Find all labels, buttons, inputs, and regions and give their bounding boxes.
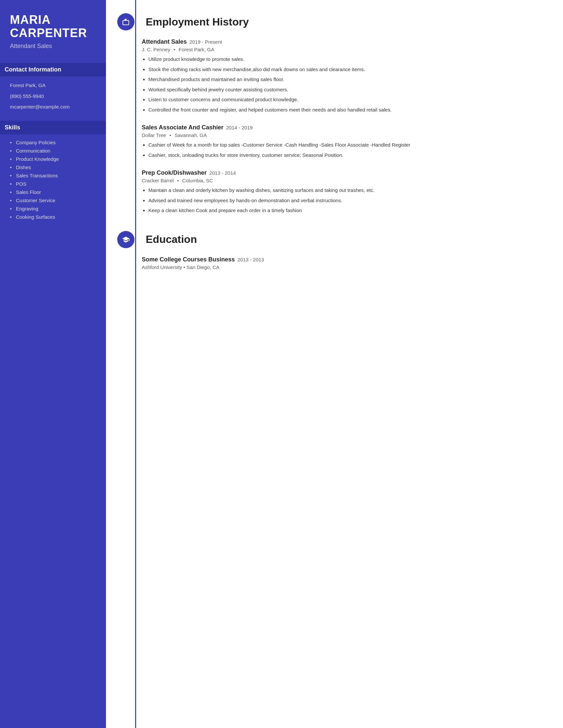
job-bullet: Worked specifically behind jewelry count… bbox=[148, 86, 546, 94]
job-dates: 2014 - 2019 bbox=[226, 125, 253, 130]
employment-header-row: Employment History bbox=[122, 13, 546, 30]
job-bullet: Cashier of Week for a month for top sale… bbox=[148, 141, 546, 149]
job-bullet: Utilize product knowledge to promote sal… bbox=[148, 56, 546, 63]
skills-list: Company PoliciesCommunicationProduct Kno… bbox=[10, 140, 96, 220]
graduation-icon bbox=[117, 231, 134, 248]
job-bullet: Cashier, stock, unloading trucks for sto… bbox=[148, 152, 546, 159]
edu-dates: 2013 - 2013 bbox=[237, 257, 264, 262]
candidate-title: Attendant Sales bbox=[10, 43, 96, 50]
jobs-container: Attendant Sales2019 - PresentJ. C. Penne… bbox=[122, 38, 546, 214]
job-bullets: Cashier of Week for a month for top sale… bbox=[142, 141, 546, 159]
candidate-name: MARIA CARPENTER bbox=[10, 13, 96, 39]
sidebar: MARIA CARPENTER Attendant Sales Contact … bbox=[0, 0, 106, 728]
job-bullet: Stock the clothing racks with new mercha… bbox=[148, 66, 546, 73]
contact-location: Forest Park, GA bbox=[10, 82, 96, 89]
skill-item: Engraving bbox=[10, 206, 96, 211]
job-title-row: Attendant Sales2019 - Present bbox=[142, 38, 546, 45]
skill-item: Dishes bbox=[10, 164, 96, 170]
skill-item: Cooking Surfaces bbox=[10, 214, 96, 220]
employment-section: Employment History Attendant Sales2019 -… bbox=[122, 13, 546, 214]
edu-degree: Some College Courses Business bbox=[142, 256, 235, 263]
edu-block: Some College Courses Business2013 - 2013… bbox=[122, 256, 546, 270]
job-title: Prep Cook/Dishwasher bbox=[142, 169, 207, 176]
job-company: Dollar Tree • Savannah, GA bbox=[142, 132, 546, 138]
contact-phone: (890) 555-9940 bbox=[10, 93, 96, 100]
job-bullet: Listen to customer concerns and communic… bbox=[148, 96, 546, 104]
skill-item: Company Policies bbox=[10, 140, 96, 145]
job-block: Prep Cook/Dishwasher2013 - 2014Cracker B… bbox=[122, 169, 546, 214]
job-dates: 2013 - 2014 bbox=[209, 170, 236, 176]
education-title: Education bbox=[146, 233, 197, 246]
job-title-row: Sales Associate And Cashier2014 - 2019 bbox=[142, 124, 546, 131]
job-company: Cracker Barrel • Columbia, SC bbox=[142, 178, 546, 183]
job-bullets: Maintain a clean and orderly kitchen by … bbox=[142, 187, 546, 214]
skill-item: Customer Service bbox=[10, 198, 96, 203]
job-bullet: Controlled the front counter and registe… bbox=[148, 106, 546, 114]
contact-section: Contact Information Forest Park, GA (890… bbox=[10, 63, 96, 111]
contact-header: Contact Information bbox=[0, 63, 106, 76]
skill-item: Communication bbox=[10, 148, 96, 154]
job-title-row: Prep Cook/Dishwasher2013 - 2014 bbox=[142, 169, 546, 176]
skill-item: Product Knowledge bbox=[10, 156, 96, 162]
job-bullet: Keep a clean kitchen Cook and prepare ea… bbox=[148, 207, 546, 214]
job-dates: 2019 - Present bbox=[189, 39, 222, 45]
job-bullet: Merchandised products and maintained an … bbox=[148, 76, 546, 83]
job-company: J. C. Penney • Forest Park, GA bbox=[142, 47, 546, 52]
job-block: Sales Associate And Cashier2014 - 2019Do… bbox=[122, 124, 546, 159]
edu-container: Some College Courses Business2013 - 2013… bbox=[122, 256, 546, 270]
job-bullet: Advised and trained new employees by han… bbox=[148, 197, 546, 205]
employment-title: Employment History bbox=[146, 16, 249, 28]
skill-item: POS bbox=[10, 181, 96, 187]
education-section: Education Some College Courses Business2… bbox=[122, 231, 546, 270]
job-block: Attendant Sales2019 - PresentJ. C. Penne… bbox=[122, 38, 546, 114]
job-title: Attendant Sales bbox=[142, 38, 187, 45]
job-bullet: Maintain a clean and orderly kitchen by … bbox=[148, 187, 546, 194]
skill-item: Sales Transactions bbox=[10, 173, 96, 178]
skill-item: Sales Floor bbox=[10, 189, 96, 195]
edu-title-row: Some College Courses Business2013 - 2013 bbox=[142, 256, 546, 263]
skills-section: Skills Company PoliciesCommunicationProd… bbox=[10, 121, 96, 220]
edu-school: Ashford University • San Diego, CA bbox=[142, 264, 546, 270]
main-content: Employment History Attendant Sales2019 -… bbox=[106, 0, 563, 728]
job-bullets: Utilize product knowledge to promote sal… bbox=[142, 56, 546, 114]
education-header-row: Education bbox=[122, 231, 546, 248]
job-title: Sales Associate And Cashier bbox=[142, 124, 223, 131]
contact-email: mcarpenter@example.com bbox=[10, 103, 96, 111]
skills-header: Skills bbox=[0, 121, 106, 134]
briefcase-icon bbox=[117, 13, 134, 30]
